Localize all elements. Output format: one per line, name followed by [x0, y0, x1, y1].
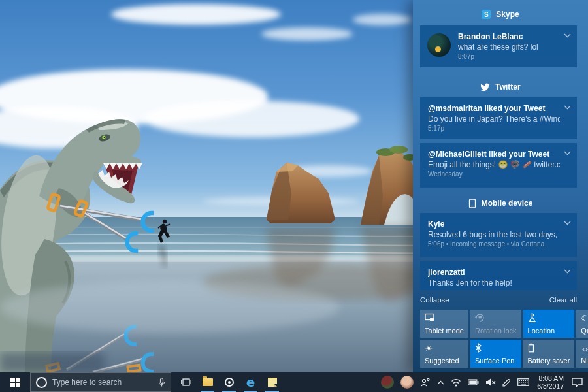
people-contact-1[interactable] — [378, 372, 397, 392]
section-header-twitter: Twitter — [413, 82, 588, 92]
notification-body: Do you live in Japan? There's a #Windows… — [428, 114, 560, 124]
volume-muted-icon — [485, 378, 496, 386]
quick-action-battery-saver[interactable]: Battery saver — [523, 340, 575, 368]
clear-all-button[interactable]: Clear all — [549, 296, 577, 304]
chevron-down-icon[interactable] — [564, 221, 571, 225]
contact-avatar — [400, 376, 414, 389]
section-title: Mobile device — [482, 199, 533, 208]
notification-card-mobile-2[interactable]: jlorenzatti Thanks Jen for the help! — [420, 261, 577, 290]
desktop: S Skype Brandon LeBlanc what are these g… — [0, 0, 588, 392]
location-icon — [528, 313, 570, 323]
search-placeholder: Type here to search — [52, 378, 153, 387]
twitter-icon — [480, 83, 490, 91]
chevron-down-icon[interactable] — [564, 105, 571, 110]
notification-title: jlorenzatti — [428, 267, 560, 278]
wifi-status[interactable] — [448, 372, 465, 392]
notification-meta: 5:06p • Incoming message • via Cortana — [428, 240, 560, 249]
pen-icon — [502, 378, 511, 387]
notification-card-twitter-1[interactable]: @msdmairitan liked your Tweet Do you liv… — [420, 97, 577, 139]
keyboard-icon — [517, 378, 529, 386]
quick-action-rotation-lock[interactable]: Rotation lock — [470, 310, 521, 338]
action-center-icon — [572, 378, 583, 387]
windows-ink-button[interactable] — [499, 372, 514, 392]
notification-card-mobile-1[interactable]: Kyle Resolved 6 bugs in the last two day… — [420, 213, 577, 257]
rotation-lock-icon — [475, 313, 517, 323]
notification-card-twitter-2[interactable]: @MichaelGillett liked your Tweet Emoji a… — [420, 143, 577, 188]
start-button[interactable] — [0, 372, 30, 392]
avatar — [427, 33, 451, 57]
edge-icon: e — [246, 376, 255, 389]
people-contact-2[interactable] — [397, 372, 417, 392]
notification-title: @msdmairitan liked your Tweet — [428, 103, 560, 114]
people-button[interactable] — [417, 372, 434, 392]
notification-title: @MichaelGillett liked your Tweet — [428, 149, 560, 159]
suggested-sun-icon: ☀ — [425, 343, 464, 353]
clock[interactable]: 8:08 AM 6/8/2017 — [532, 374, 568, 390]
volume-status[interactable] — [482, 372, 499, 392]
quick-action-suggested[interactable]: ☀ Suggested — [420, 340, 468, 368]
mobile-device-icon — [468, 199, 476, 208]
quick-action-night-light[interactable]: ☼ Night light — [576, 340, 588, 368]
clock-date: 6/8/2017 — [537, 382, 564, 390]
battery-icon — [468, 379, 479, 385]
chevron-down-icon[interactable] — [564, 269, 571, 274]
battery-saver-icon — [528, 343, 570, 353]
notification-meta: 5:17p — [428, 124, 560, 133]
file-explorer-icon — [203, 378, 213, 386]
cortana-icon — [36, 377, 47, 388]
wifi-icon — [451, 378, 461, 387]
tablet-mode-icon — [425, 313, 464, 323]
notification-meta: Wednesday — [428, 170, 560, 179]
quick-actions-grid: Tablet mode Rotation lock Location ☾ Qui… — [420, 310, 577, 368]
section-title: Twitter — [495, 82, 520, 91]
notification-body: what are these gifs? lol — [458, 42, 560, 52]
notification-card-skype[interactable]: Brandon LeBlanc what are these gifs? lol… — [420, 25, 577, 67]
touch-keyboard-button[interactable] — [514, 372, 532, 392]
search-input[interactable]: Type here to search — [30, 372, 171, 392]
quick-action-location[interactable]: Location — [523, 310, 575, 338]
chevron-down-icon[interactable] — [564, 151, 571, 155]
collapse-button[interactable]: Collapse — [420, 296, 449, 304]
notification-meta: 8:07p — [458, 52, 560, 61]
sticky-notes-button[interactable] — [261, 372, 283, 392]
action-center-button[interactable] — [568, 372, 588, 392]
bluetooth-icon — [475, 343, 517, 353]
quiet-hours-moon-icon: ☾ — [581, 313, 588, 323]
task-view-button[interactable] — [175, 372, 197, 392]
contact-avatar — [381, 376, 394, 389]
show-hidden-icons-button[interactable] — [434, 372, 448, 392]
quick-action-surface-pen[interactable]: Surface Pen — [470, 340, 521, 368]
battery-status[interactable] — [465, 372, 482, 392]
microphone-icon[interactable] — [158, 378, 165, 387]
section-header-skype: S Skype — [413, 9, 588, 20]
night-light-icon: ☼ — [581, 343, 588, 353]
notification-title: Kyle — [428, 219, 560, 229]
section-header-mobile-device: Mobile device — [413, 198, 588, 208]
notification-title: Brandon LeBlanc — [458, 31, 560, 42]
taskbar: Type here to search e — [0, 372, 588, 392]
section-title: Skype — [496, 10, 519, 19]
quick-action-tablet-mode[interactable]: Tablet mode — [420, 310, 468, 338]
windows-logo-icon — [10, 378, 20, 387]
notification-body: Thanks Jen for the help! — [428, 278, 560, 288]
people-icon — [420, 378, 431, 387]
quick-action-quiet-hours[interactable]: ☾ Quiet hours — [576, 310, 588, 338]
groove-music-icon — [225, 378, 234, 387]
clock-time: 8:08 AM — [537, 374, 564, 382]
file-explorer-button[interactable] — [197, 372, 218, 392]
skype-icon: S — [482, 10, 491, 19]
groove-music-button[interactable] — [218, 372, 240, 392]
chevron-up-icon — [437, 380, 444, 385]
chevron-down-icon[interactable] — [564, 33, 571, 38]
notification-body: Resolved 6 bugs in the last two days, oy — [428, 229, 560, 240]
action-center-panel: S Skype Brandon LeBlanc what are these g… — [413, 0, 588, 372]
edge-button[interactable]: e — [240, 372, 261, 392]
notification-body: Emoji all the things! 😁 🦃 🥓 twitter.com/… — [428, 159, 560, 170]
task-view-icon — [181, 378, 191, 386]
sticky-notes-icon — [268, 378, 277, 387]
